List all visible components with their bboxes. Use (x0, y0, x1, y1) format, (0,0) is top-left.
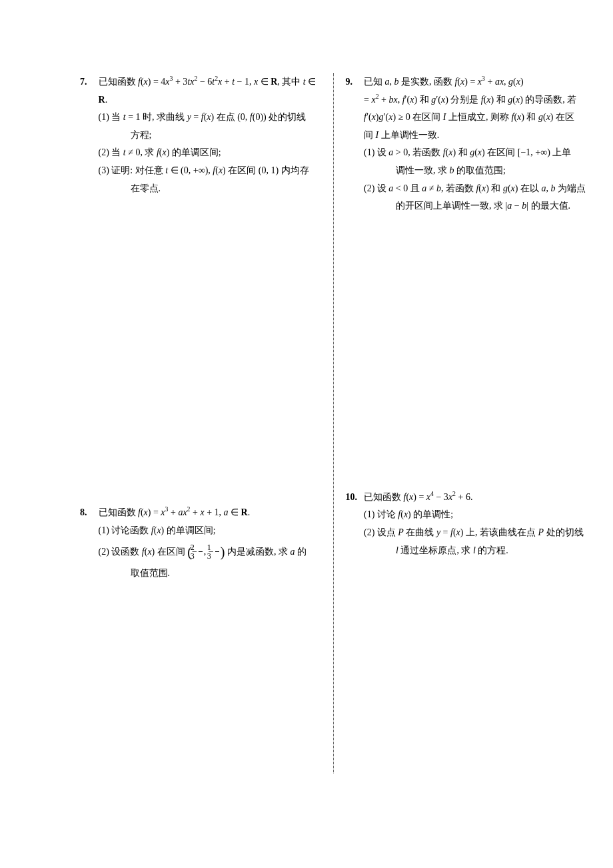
problem-7-sub1: (1) 当 t = 1 时, 求曲线 y = f(x) 在点 (0, f(0))… (99, 109, 321, 127)
problem-10-sub2b: l 通过坐标原点, 求 l 的方程. (364, 542, 586, 560)
problem-7-sub2: (2) 当 t ≠ 0, 求 f(x) 的单调区间; (99, 144, 321, 162)
problem-7-sub3: (3) 证明: 对任意 t ∈ (0, +∞), f(x) 在区间 (0, 1)… (99, 162, 321, 180)
problem-10: 10. 已知函数 f(x) = x4 − 3x2 + 6. (1) 讨论 f(x… (346, 489, 587, 559)
problem-number: 10. (346, 489, 362, 507)
problem-body: 已知函数 f(x) = 4x3 + 3tx2 − 6t2x + t − 1, x… (99, 73, 321, 197)
problem-stem: 已知函数 f(x) = x3 + ax2 + x + 1, a ∈ R. (99, 507, 251, 517)
left-column: 7. 已知函数 f(x) = 4x3 + 3tx2 − 6t2x + t − 1… (80, 73, 333, 841)
problem-8-sub2: (2) 设函数 f(x) 在区间 (−23, −13) 内是减函数, 求 a 的 (99, 539, 321, 565)
problem-7: 7. 已知函数 f(x) = 4x3 + 3tx2 − 6t2x + t − 1… (80, 73, 321, 197)
problem-10-sub2: (2) 设点 P 在曲线 y = f(x) 上, 若该曲线在点 P 处的切线 (364, 524, 586, 542)
fraction-den: 3 (199, 552, 203, 560)
problem-number: 7. (80, 73, 96, 91)
problem-9-line3: f′(x)g′(x) ≥ 0 在区间 I 上恒成立, 则称 f(x) 和 g(x… (364, 112, 574, 122)
problem-7-sub3b: 在零点. (99, 180, 321, 198)
problem-body: 已知函数 f(x) = x3 + ax2 + x + 1, a ∈ R. (1)… (99, 504, 321, 583)
problem-8-sub2b: 取值范围. (99, 565, 321, 583)
problem-number: 8. (80, 504, 96, 522)
problem-7-sub1b: 方程; (99, 127, 321, 145)
problem-8-sub1: (1) 讨论函数 f(x) 的单调区间; (99, 522, 321, 540)
problem-9-line4: 间 I 上单调性一致. (364, 130, 439, 140)
problem-9: 9. 已知 a, b 是实数, 函数 f(x) = x3 + ax, g(x) … (346, 73, 587, 215)
problem-body: 已知 a, b 是实数, 函数 f(x) = x3 + ax, g(x) = x… (364, 73, 586, 215)
problem-stem: 已知函数 f(x) = x4 − 3x2 + 6. (364, 492, 472, 502)
right-column: 9. 已知 a, b 是实数, 函数 f(x) = x3 + ax, g(x) … (334, 73, 587, 841)
problem-10-sub1: (1) 讨论 f(x) 的单调性; (364, 506, 586, 524)
fraction-num: 2 (199, 543, 203, 552)
fraction-num: 1 (215, 543, 219, 552)
problem-9-sub2b: 的开区间上单调性一致, 求 |a − b| 的最大值. (364, 197, 586, 215)
problem-9-sub1: (1) 设 a > 0, 若函数 f(x) 和 g(x) 在区间 [−1, +∞… (364, 144, 586, 162)
problem-number: 9. (346, 73, 362, 91)
problem-9-sub1b: 调性一致, 求 b 的取值范围; (364, 162, 586, 180)
page: 7. 已知函数 f(x) = 4x3 + 3tx2 − 6t2x + t − 1… (0, 0, 613, 868)
problem-9-sub2: (2) 设 a < 0 且 a ≠ b, 若函数 f(x) 和 g(x) 在以 … (364, 180, 586, 198)
problem-9-line1: 已知 a, b 是实数, 函数 f(x) = x3 + ax, g(x) (364, 77, 524, 87)
problem-stem: 已知函数 f(x) = 4x3 + 3tx2 − 6t2x + t − 1, x… (99, 77, 316, 105)
problem-8: 8. 已知函数 f(x) = x3 + ax2 + x + 1, a ∈ R. … (80, 504, 321, 583)
problem-body: 已知函数 f(x) = x4 − 3x2 + 6. (1) 讨论 f(x) 的单… (364, 489, 586, 559)
problem-9-line2: = x2 + bx, f′(x) 和 g′(x) 分别是 f(x) 和 g(x)… (364, 95, 576, 105)
fraction-den: 3 (215, 552, 219, 560)
